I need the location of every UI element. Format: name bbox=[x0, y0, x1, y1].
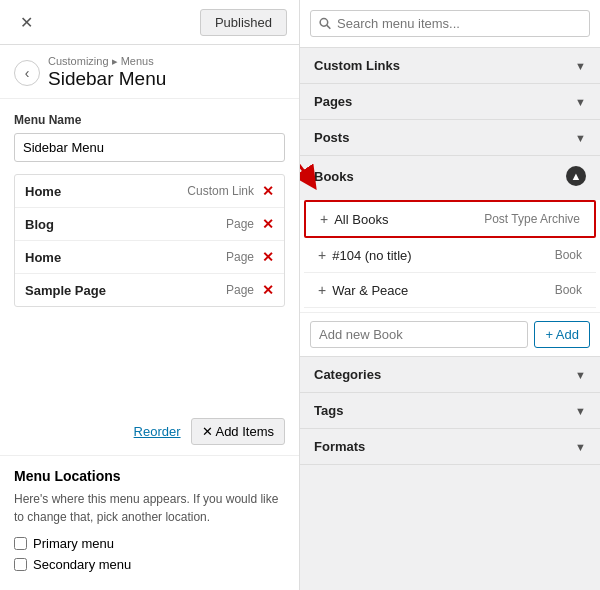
close-button[interactable]: ✕ bbox=[12, 8, 40, 36]
remove-item-button[interactable]: ✕ bbox=[262, 183, 274, 199]
accordion-categories: Categories ▼ bbox=[300, 357, 600, 393]
chevron-down-icon: ▼ bbox=[575, 60, 586, 72]
back-icon: ‹ bbox=[25, 65, 30, 81]
add-new-book-input[interactable] bbox=[310, 321, 528, 348]
search-input[interactable] bbox=[337, 16, 581, 31]
plus-icon: + bbox=[318, 282, 326, 298]
search-input-wrap bbox=[310, 10, 590, 37]
locations-desc: Here's where this menu appears. If you w… bbox=[14, 490, 285, 526]
remove-item-button[interactable]: ✕ bbox=[262, 282, 274, 298]
breadcrumb-title: Sidebar Menu bbox=[48, 68, 166, 90]
war-peace-left: + War & Peace bbox=[318, 282, 408, 298]
accordion-title-formats: Formats bbox=[314, 439, 365, 454]
menu-locations: Menu Locations Here's where this menu ap… bbox=[0, 455, 299, 590]
chevron-down-icon: ▼ bbox=[575, 441, 586, 453]
accordion-title-posts: Posts bbox=[314, 130, 349, 145]
chevron-up-icon: ▲ bbox=[566, 166, 586, 186]
accordion-pages: Pages ▼ bbox=[300, 84, 600, 120]
accordion-title-categories: Categories bbox=[314, 367, 381, 382]
locations-title: Menu Locations bbox=[14, 468, 285, 484]
accordion-title-tags: Tags bbox=[314, 403, 343, 418]
war-peace-item[interactable]: + War & Peace Book bbox=[304, 273, 596, 308]
breadcrumb-text: Customizing ▸ Menus Sidebar Menu bbox=[48, 55, 166, 90]
add-new-book-row: + Add bbox=[300, 312, 600, 356]
books-accordion-body: + All Books Post Type Archive + #104 (no… bbox=[300, 200, 600, 356]
accordion-header-books[interactable]: Books ▲ bbox=[300, 156, 600, 196]
menu-name-label: Menu Name bbox=[14, 113, 285, 127]
accordion-header-custom-links[interactable]: Custom Links ▼ bbox=[300, 48, 600, 83]
accordion-posts: Posts ▼ bbox=[300, 120, 600, 156]
menu-item-right: Page ✕ bbox=[226, 282, 274, 298]
menu-item-name: Home bbox=[25, 184, 61, 199]
accordion-title-books: Books bbox=[314, 169, 354, 184]
menu-footer: Reorder ✕ Add Items bbox=[0, 412, 299, 455]
menu-item-row: Home Custom Link ✕ bbox=[15, 175, 284, 208]
plus-icon: + bbox=[320, 211, 328, 227]
right-panel: Custom Links ▼ Pages ▼ Posts ▼ Books ▲ bbox=[300, 0, 600, 590]
menu-item-right: Page ✕ bbox=[226, 249, 274, 265]
books-body-wrapper: + All Books Post Type Archive + #104 (no… bbox=[300, 200, 600, 356]
secondary-menu-checkbox[interactable] bbox=[14, 558, 27, 571]
primary-menu-row: Primary menu bbox=[14, 536, 285, 551]
accordion-custom-links: Custom Links ▼ bbox=[300, 48, 600, 84]
published-button[interactable]: Published bbox=[200, 9, 287, 36]
top-bar: ✕ Published bbox=[0, 0, 299, 45]
search-bar bbox=[300, 0, 600, 48]
chevron-down-icon: ▼ bbox=[575, 96, 586, 108]
accordion-header-formats[interactable]: Formats ▼ bbox=[300, 429, 600, 464]
book-104-item[interactable]: + #104 (no title) Book bbox=[304, 238, 596, 273]
accordion-title-pages: Pages bbox=[314, 94, 352, 109]
menu-items-list: Home Custom Link ✕ Blog Page ✕ Home Page bbox=[14, 174, 285, 307]
all-books-left: + All Books bbox=[320, 211, 388, 227]
plus-icon: + bbox=[318, 247, 326, 263]
menu-item-right: Page ✕ bbox=[226, 216, 274, 232]
menu-item-row: Home Page ✕ bbox=[15, 241, 284, 274]
accordion-books: Books ▲ + All Books bbox=[300, 156, 600, 357]
all-books-label: All Books bbox=[334, 212, 388, 227]
war-peace-label: War & Peace bbox=[332, 283, 408, 298]
back-button[interactable]: ‹ bbox=[14, 60, 40, 86]
menu-item-type: Page bbox=[226, 283, 254, 297]
accordion-header-posts[interactable]: Posts ▼ bbox=[300, 120, 600, 155]
menu-item-name: Blog bbox=[25, 217, 54, 232]
secondary-menu-row: Secondary menu bbox=[14, 557, 285, 572]
breadcrumb-area: ‹ Customizing ▸ Menus Sidebar Menu bbox=[0, 45, 299, 99]
menu-item-name: Home bbox=[25, 250, 61, 265]
war-peace-type: Book bbox=[555, 283, 582, 297]
search-icon bbox=[319, 17, 331, 30]
accordion-title-custom-links: Custom Links bbox=[314, 58, 400, 73]
accordion-tags: Tags ▼ bbox=[300, 393, 600, 429]
book-104-type: Book bbox=[555, 248, 582, 262]
add-new-book-button[interactable]: + Add bbox=[534, 321, 590, 348]
book-104-left: + #104 (no title) bbox=[318, 247, 412, 263]
accordion-header-categories[interactable]: Categories ▼ bbox=[300, 357, 600, 392]
menu-item-type: Custom Link bbox=[187, 184, 254, 198]
all-books-type: Post Type Archive bbox=[484, 212, 580, 226]
left-panel: ✕ Published ‹ Customizing ▸ Menus Sideba… bbox=[0, 0, 300, 590]
primary-menu-label: Primary menu bbox=[33, 536, 114, 551]
reorder-button[interactable]: Reorder bbox=[134, 424, 181, 439]
book-104-label: #104 (no title) bbox=[332, 248, 412, 263]
all-books-item[interactable]: + All Books Post Type Archive bbox=[304, 200, 596, 238]
close-icon: ✕ bbox=[20, 13, 33, 32]
chevron-down-icon: ▼ bbox=[575, 405, 586, 417]
menu-item-name: Sample Page bbox=[25, 283, 106, 298]
menu-item-type: Page bbox=[226, 250, 254, 264]
panel-content: Menu Name Home Custom Link ✕ Blog Page ✕ bbox=[0, 99, 299, 412]
menu-item-row: Sample Page Page ✕ bbox=[15, 274, 284, 306]
remove-item-button[interactable]: ✕ bbox=[262, 216, 274, 232]
menu-item-type: Page bbox=[226, 217, 254, 231]
menu-item-row: Blog Page ✕ bbox=[15, 208, 284, 241]
secondary-menu-label: Secondary menu bbox=[33, 557, 131, 572]
chevron-down-icon: ▼ bbox=[575, 369, 586, 381]
remove-item-button[interactable]: ✕ bbox=[262, 249, 274, 265]
menu-name-input[interactable] bbox=[14, 133, 285, 162]
svg-point-0 bbox=[320, 19, 328, 27]
accordion-header-pages[interactable]: Pages ▼ bbox=[300, 84, 600, 119]
primary-menu-checkbox[interactable] bbox=[14, 537, 27, 550]
accordion-formats: Formats ▼ bbox=[300, 429, 600, 465]
menu-item-right: Custom Link ✕ bbox=[187, 183, 274, 199]
breadcrumb-parent: Customizing ▸ Menus bbox=[48, 55, 166, 68]
add-items-button[interactable]: ✕ Add Items bbox=[191, 418, 285, 445]
accordion-header-tags[interactable]: Tags ▼ bbox=[300, 393, 600, 428]
